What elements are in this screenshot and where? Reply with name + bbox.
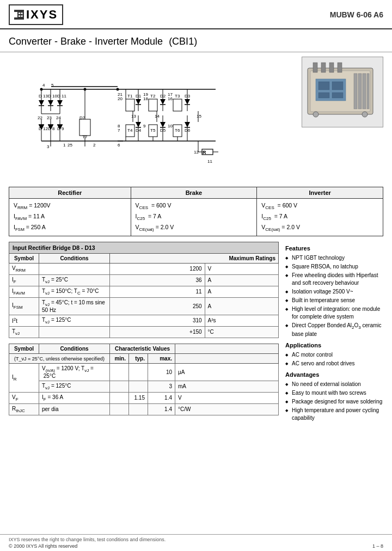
svg-rect-143 [318,93,329,98]
symbol-cell: VRRM [9,263,39,274]
svg-text:T1: T1 [127,94,133,99]
svg-text:20: 20 [118,96,122,101]
svg-rect-132 [363,74,366,109]
svg-point-127 [117,88,119,91]
list-item: Built in temperature sense [285,296,383,305]
min-cell [110,363,129,381]
table-row: TvJ +150 °C [9,326,279,338]
inverter-specs: VCES = 600 V IC25 = 7 A VCE(sat) = 2.0 V [257,199,383,236]
svg-text:1: 1 [63,143,66,148]
unit-cell: A²s [205,315,278,326]
svg-rect-136 [329,63,334,72]
value-cell: 1200 [110,263,205,274]
features-section: Features NPT IGBT technology Square RBSO… [285,242,383,423]
logo-text: IXYS [26,8,58,22]
features-title: Features [285,245,383,252]
svg-rect-66 [149,99,157,111]
svg-marker-105 [160,122,166,127]
symbol-cell: IFSM [9,297,39,315]
symbol-cell: VF [9,392,39,403]
typ-cell: 1.15 [129,392,148,403]
svg-text:14: 14 [155,114,160,119]
min-cell [110,403,129,415]
list-item: NPT IGBT technology [285,254,383,262]
svg-marker-70 [160,99,166,105]
table-row: VF IF = 36 A 1.15 1.4 V [9,392,279,403]
symbol-cell: RthJC [9,403,39,415]
rectifier-table-title: Input Rectifier Bridge D8 - D13 [9,242,279,253]
value-cell: 250 [110,297,205,315]
brake-header: Brake [131,187,257,199]
brake-specs: VCES = 600 V IC25 = 7 A VCE(sat) = 2.0 V [131,199,257,236]
conditions-cell: V(n/A) = 1200 V; TvJ = 25°C [39,363,110,381]
value-cell: +150 [110,326,205,338]
part-number: MUBW 6-06 A6 [330,10,383,19]
footer-legal: IXYS reserves the right to change limits… [9,537,383,542]
conditions-cell: IF = 36 A [39,392,110,403]
char-note-row: (T_vJ = 25°C, unless otherwise specified… [9,353,110,363]
typ-header: typ. [129,353,148,363]
svg-text:T6: T6 [175,128,180,133]
inverter-header: Inverter [257,187,383,199]
unit-cell: mA [175,381,279,392]
table-row: IF TvJ = 25°C 36 A [9,274,279,286]
rectifier-data-table: Input Rectifier Bridge D8 - D13 Symbol C… [9,242,279,338]
conditions-cell: per dia [39,403,110,415]
logo-icon [14,10,24,20]
svg-marker-61 [136,99,141,105]
svg-marker-15 [39,100,44,106]
min-cell [110,381,129,392]
svg-rect-137 [338,63,342,72]
tables-section: Input Rectifier Bridge D8 - D13 Symbol C… [9,242,279,423]
list-item: Direct Copper Bonded Al2O3 ceramic base … [285,321,383,339]
char-values-table: Symbol Conditions Characteristic Values … [9,344,279,415]
svg-text:R: R [203,150,206,155]
svg-text:3: 3 [47,144,50,149]
max-cell: 1.4 [148,403,175,415]
unit-header-empty [175,353,279,363]
advantages-title: Advantages [285,371,383,378]
symbol-cell: TvJ [9,326,39,338]
conditions-cell [39,263,110,274]
svg-text:2: 2 [93,143,96,148]
svg-text:13: 13 [131,114,136,119]
list-item: Free wheeling diodes with Hiperfast and … [285,271,383,287]
list-item: High level of integration: one module fo… [285,305,383,321]
copyright-text: © 2000 IXYS All rights reserved [9,543,77,549]
list-item: High temperature and power cycling capab… [285,406,383,423]
symbol-cell: IR [9,363,39,392]
applications-list: AC motor control AC servo and robot driv… [285,351,383,368]
unit-cell: °C [205,326,278,338]
table-row: IFSM TvJ = 45°C; t = 10 ms sine 50 Hz 25… [9,297,279,315]
svg-text:15: 15 [197,114,201,119]
svg-text:18: 18 [143,96,148,101]
col-max-ratings-header: Maximum Ratings [110,253,279,263]
list-item: Isolation voltage 2500 V~ [285,287,383,296]
svg-point-125 [40,88,43,91]
footer-copyright: © 2000 IXYS All rights reserved 1 – 8 [9,543,383,549]
typ-cell [129,403,148,415]
svg-rect-144 [332,93,343,98]
col-conditions-header: Conditions [39,253,110,263]
char-col-conditions: Conditions [39,344,110,353]
svg-text:22: 22 [38,115,42,120]
svg-marker-79 [185,99,190,105]
svg-text:T3: T3 [175,94,180,99]
unit-cell: V [205,263,278,274]
page-number: 1 – 8 [372,543,383,549]
svg-text:D7: D7 [79,115,85,120]
svg-point-139 [362,112,367,117]
svg-rect-141 [318,82,329,90]
conditions-cell: TvJ = 45°C; t = 10 ms sine 50 Hz [39,297,110,315]
unit-cell: μA [175,363,279,381]
table-row: VRRM 1200 V [9,263,279,274]
char-note-text: (T_vJ = 25°C, unless otherwise specified… [14,356,105,362]
svg-text:9: 9 [143,124,146,128]
list-item: Easy to mount with two screws [285,389,383,397]
char-unit-header [175,344,279,353]
conditions-cell: TvJ = 25°C [39,274,110,286]
svg-text:D 11: D 11 [57,94,66,99]
svg-rect-135 [321,63,326,72]
value-cell: 11 [110,286,205,297]
svg-rect-56 [126,99,134,111]
